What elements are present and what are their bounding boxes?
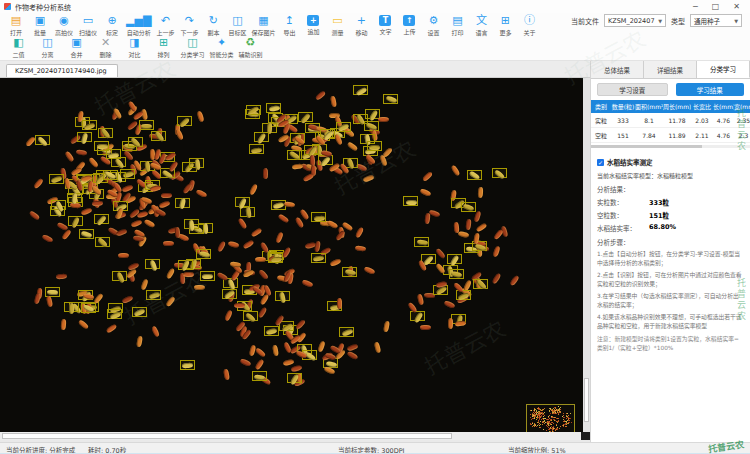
seed-grain [283,358,295,365]
result-row: 空粒数：151粒 [597,210,744,220]
toolbar-button-append[interactable]: +追加 [301,14,325,36]
minimize-button[interactable]: ─ [693,3,698,11]
document-tab[interactable]: KZSM_20240710174940.jpg [6,64,118,77]
seed-grain [420,325,431,330]
table-header-cell: 长(mm) [713,102,734,111]
analysis-step: 3.在学习结果中（勾选水稻结实率测定），可自动分析出水稻的结实率； [597,292,744,310]
minimap-dot [560,409,561,410]
seed-grain [116,228,128,236]
horizontal-scrollbar-thumb[interactable] [2,433,452,439]
toolbar-button-label: 移动 [355,28,367,37]
current-model-line: 当前水稻结实率模型：水稻糙粒模型 [597,171,744,180]
toolbar-button-auto-analysis[interactable]: ▂▅▇自动分析 [124,14,153,37]
current-file-dropdown[interactable]: KZSM_202407 ▼ [604,14,666,27]
toolbar-button-export[interactable]: ↥导出 [277,14,301,37]
analysis-step: 4.如果该水稻品种识别效果不理想，可手动框选出若干该品种实粒和空粒，用于新建水稻… [597,313,744,331]
seed-grain [303,172,315,182]
minimap-dot [563,426,564,427]
toolbar-button-label: 导出 [283,28,295,37]
toolbar-button-classify-learning[interactable]: ◫分类学习 [178,36,207,59]
toolbar-button-compare[interactable]: ◨对比 [120,36,149,59]
seed-grain [243,239,255,249]
toolbar-button-undo[interactable]: ↶上一步 [153,14,177,37]
toolbar-button-upload[interactable]: ↑上传 [397,14,421,36]
toolbar-button-open-folder[interactable]: ▤打开 [4,14,28,37]
table-horizontal-scrollbar[interactable] [591,145,750,148]
toolbar-button-label: 语言 [475,28,487,37]
toolbar-button-document-camera[interactable]: ◉高拍仪 [52,14,76,37]
seed-grain [474,210,482,222]
save-image-icon: ▦ [258,14,268,27]
seed-grain [424,213,430,225]
minimap-dot [557,418,558,419]
toolbar-button-redo[interactable]: ↷下一步 [177,14,201,37]
toolbar-button-scanner[interactable]: ▭扫描仪 [76,14,100,37]
maximize-button[interactable]: □ [712,3,720,11]
toolbar-button-measure[interactable]: ▭测量 [325,14,349,37]
batch-icon: ▣ [35,14,45,27]
seed-grain [457,231,469,238]
toolbar-button-calibration[interactable]: ⊕标定 [100,14,124,37]
horizontal-scrollbar[interactable] [0,432,590,440]
toolbar-button-settings-gear[interactable]: ⚙设置 [421,14,445,37]
minimap-dot [560,412,561,413]
minimap-navigator[interactable] [526,404,575,432]
table-cell: 空粒 [591,131,611,140]
toolbar-button-assist-recognition[interactable]: ♻辅助识别 [236,36,265,59]
minimap-dot [551,426,552,427]
toolbar-button-print[interactable]: ▤打印 [445,14,469,37]
document-tab-bar: KZSM_20240710174940.jpg [0,61,590,78]
toolbar-button-binarize[interactable]: ◧二值 [4,36,33,59]
minimap-dot [542,424,543,425]
minimap-dot [554,407,555,408]
minimap-dot [549,418,550,419]
toolbar-button-separate[interactable]: ◫分离 [33,36,62,59]
table-row[interactable]: 空粒1517.8411.892.114.762.3 [591,128,750,143]
seed-grain [96,144,107,149]
toolbar-button-target-area[interactable]: ◫目标区 [225,14,249,37]
learning-results-button[interactable]: 学习结果 [676,83,745,96]
minimap-dot [543,421,544,422]
compare-icon: ◨ [129,36,139,49]
toolbar-button-text[interactable]: T文字 [373,14,397,36]
seed-grain [354,226,364,238]
toolbar-button-smart-classify[interactable]: ✦智能分类 [207,36,236,59]
minimap-dot [566,418,567,419]
seed-setting-rate-checkbox-row[interactable]: ✓ 水稻结实率测定 [597,157,744,167]
toolbar-button-batch[interactable]: ▣批量 [28,14,52,37]
seed-grain [301,279,313,288]
table-row[interactable]: 实粒3338.111.782.034.762.35 [591,113,750,128]
type-dropdown[interactable]: 通用种子 ▼ [690,14,742,27]
toolbar-button-merge[interactable]: ▣合并 [62,36,91,59]
seed-grain [141,123,152,128]
image-pane: KZSM_20240710174940.jpg [0,61,590,442]
toolbar-button-more[interactable]: ⊞更多 [493,14,517,37]
panel-tab-1[interactable]: 总体结果 [591,61,644,78]
seed-grain [330,96,337,108]
panel-tab-3[interactable]: 分类学习 [697,61,750,78]
minimap-dot [544,408,545,409]
vertical-scrollbar-thumb[interactable] [584,378,589,422]
toolbar-button-save-image[interactable]: ▦保存图片 [249,14,277,37]
toolbar-button-delete-trash[interactable]: ✕删除 [91,36,120,59]
seed-grain [416,294,424,306]
note-text: 注意：新建模型时请将类别1设置为实粒，水稻结实率=类别1/（实粒+空粒）*100… [597,335,744,353]
panel-tab-2[interactable]: 详细结果 [644,61,697,78]
seed-grain [477,187,483,198]
minimap-dot [530,424,531,425]
seed-grain [310,155,316,166]
toolbar-button-language[interactable]: 文语言 [469,14,493,37]
seed-image-canvas[interactable] [0,78,590,432]
toolbar-button-arrange[interactable]: ⊞排列 [149,36,178,59]
toolbar-button-about-info[interactable]: ⓘ关于 [517,14,541,37]
close-button[interactable]: ✕ [733,3,740,11]
toolbar-button-duplicate[interactable]: ↻副本 [201,14,225,37]
checkbox-checked-icon[interactable]: ✓ [597,159,604,166]
toolbar-button-move[interactable]: +移动 [349,14,373,37]
seed-grain [444,300,456,309]
result-value: 68.80% [649,223,676,233]
minimap-dot [563,413,564,414]
seed-grain [255,347,267,358]
vertical-scrollbar[interactable] [583,78,590,432]
learning-settings-button[interactable]: 学习设置 [597,83,668,96]
